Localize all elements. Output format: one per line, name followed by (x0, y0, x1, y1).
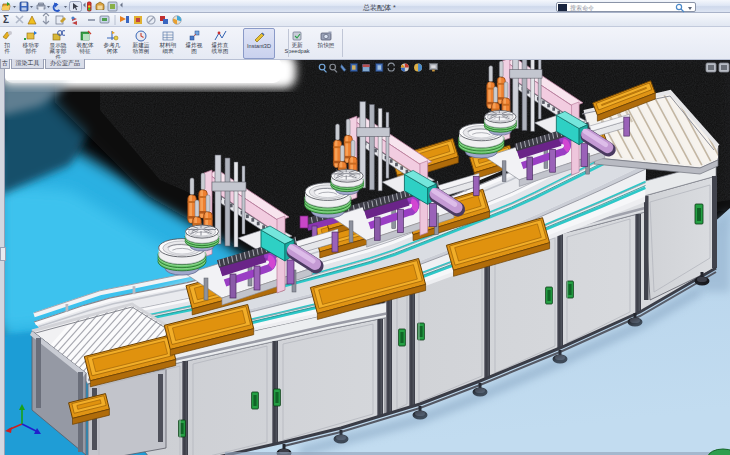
svg-text:Σ: Σ (3, 14, 9, 25)
